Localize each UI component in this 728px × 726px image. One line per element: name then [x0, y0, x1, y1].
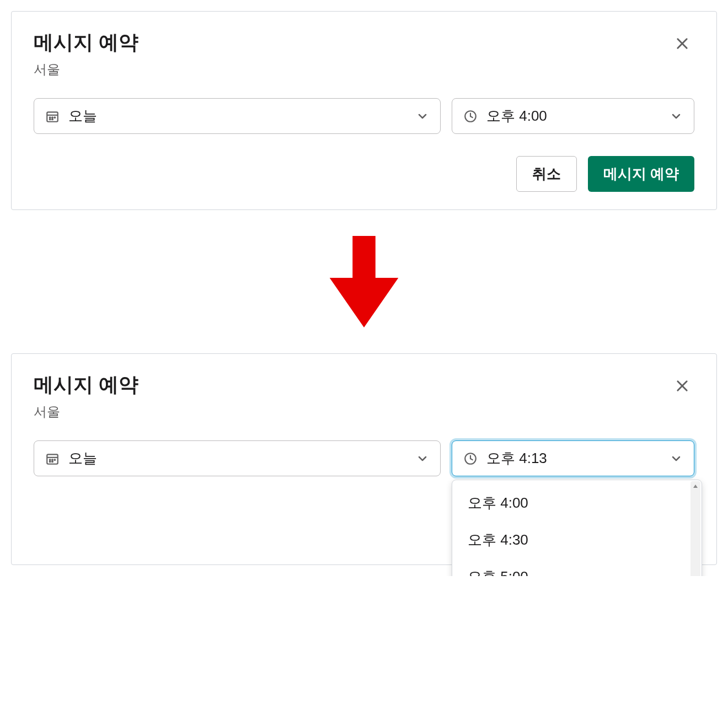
chevron-down-icon — [670, 452, 683, 465]
chevron-down-icon — [670, 110, 683, 123]
cancel-button[interactable]: 취소 — [516, 156, 577, 192]
schedule-message-dialog: 메시지 예약 서울 오늘 — [11, 11, 717, 210]
svg-point-7 — [50, 119, 51, 120]
schedule-button[interactable]: 메시지 예약 — [588, 156, 694, 192]
date-value: 오늘 — [68, 106, 416, 126]
calendar-icon — [45, 109, 60, 123]
dialog-title: 메시지 예약 — [34, 372, 138, 399]
dialog-subtitle: 서울 — [34, 61, 138, 78]
date-select[interactable]: 오늘 — [34, 98, 441, 134]
svg-point-17 — [50, 461, 51, 462]
time-option[interactable]: 오후 4:00 — [452, 485, 702, 521]
svg-marker-20 — [693, 485, 698, 488]
svg-point-8 — [52, 119, 53, 120]
clock-icon — [463, 109, 478, 123]
transition-arrow — [11, 210, 717, 353]
scrollbar-up-icon — [690, 481, 700, 491]
time-value: 오후 4:00 — [486, 106, 670, 126]
datetime-row: 오늘 오후 4:00 — [34, 98, 694, 134]
arrow-down-icon — [325, 232, 403, 331]
date-value: 오늘 — [68, 449, 416, 468]
date-select[interactable]: 오늘 — [34, 440, 441, 476]
dialog-title: 메시지 예약 — [34, 29, 138, 56]
close-button[interactable] — [670, 374, 694, 400]
time-select-wrapper: 오후 4:13 오후 4:00 오후 4:30 오후 5:00 — [452, 440, 694, 476]
dialog-title-block: 메시지 예약 서울 — [34, 372, 138, 421]
schedule-message-dialog-expanded: 메시지 예약 서울 오늘 — [11, 353, 717, 565]
chevron-down-icon — [416, 452, 429, 465]
clock-icon — [463, 451, 478, 466]
svg-point-5 — [52, 117, 53, 118]
dialog-header: 메시지 예약 서울 — [34, 372, 694, 421]
time-value: 오후 4:13 — [486, 449, 670, 468]
time-select[interactable]: 오후 4:00 — [452, 98, 694, 134]
dialog-actions: 취소 메시지 예약 — [34, 156, 694, 192]
close-icon — [675, 378, 690, 394]
svg-point-16 — [54, 459, 55, 460]
time-dropdown-list: 오후 4:00 오후 4:30 오후 5:00 — [452, 480, 702, 576]
dialog-title-block: 메시지 예약 서울 — [34, 29, 138, 78]
svg-point-6 — [54, 117, 55, 118]
svg-point-14 — [50, 459, 51, 460]
dialog-header: 메시지 예약 서울 — [34, 29, 694, 78]
chevron-down-icon — [416, 110, 429, 123]
scrollbar[interactable] — [690, 481, 700, 576]
time-option[interactable]: 오후 4:30 — [452, 521, 702, 558]
calendar-icon — [45, 451, 60, 466]
time-select[interactable]: 오후 4:13 — [452, 440, 694, 476]
close-icon — [675, 36, 690, 51]
svg-point-15 — [52, 459, 53, 460]
svg-point-4 — [50, 117, 51, 118]
datetime-row: 오늘 오후 4:13 오후 4:00 오후 4:30 오후 5:00 — [34, 440, 694, 476]
time-option[interactable]: 오후 5:00 — [452, 558, 702, 576]
svg-point-18 — [52, 461, 53, 462]
close-button[interactable] — [670, 31, 694, 57]
dialog-subtitle: 서울 — [34, 403, 138, 421]
